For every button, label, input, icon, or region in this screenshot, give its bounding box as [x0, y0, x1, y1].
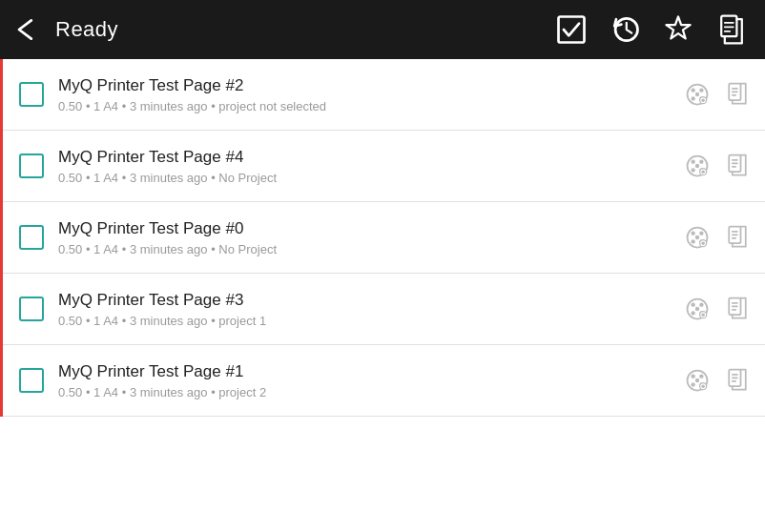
- item-actions: [681, 364, 754, 397]
- item-title: MyQ Printer Test Page #0: [58, 219, 672, 238]
- item-checkbox[interactable]: [19, 82, 44, 107]
- svg-point-8: [691, 88, 694, 92]
- document-detail-button[interactable]: [721, 293, 754, 325]
- item-checkbox[interactable]: [19, 297, 44, 321]
- svg-point-10: [691, 96, 694, 100]
- svg-point-33: [699, 231, 703, 235]
- item-info: MyQ Printer Test Page #2 0.50 • 1 A4 • 3…: [58, 76, 672, 113]
- svg-point-20: [691, 159, 694, 163]
- document-detail-button[interactable]: [721, 150, 754, 182]
- favorites-button[interactable]: [656, 8, 700, 51]
- header-title: Ready: [55, 17, 118, 42]
- document-detail-button[interactable]: [721, 364, 754, 397]
- document-detail-icon: [724, 153, 751, 179]
- svg-point-36: [695, 235, 699, 239]
- svg-point-9: [699, 88, 703, 92]
- select-all-button[interactable]: [549, 8, 593, 51]
- svg-point-26: [701, 170, 705, 174]
- document-detail-button[interactable]: [721, 221, 754, 254]
- color-palette-icon: [684, 153, 711, 179]
- svg-point-58: [691, 382, 694, 386]
- color-palette-button[interactable]: [681, 78, 713, 111]
- color-palette-button[interactable]: [681, 293, 713, 325]
- item-actions: [681, 150, 754, 182]
- color-palette-button[interactable]: [681, 364, 713, 397]
- document-detail-icon: [724, 81, 751, 108]
- history-icon: [608, 12, 642, 47]
- svg-point-57: [699, 374, 703, 378]
- checkbox-area[interactable]: [14, 363, 49, 398]
- color-palette-icon: [684, 367, 711, 394]
- empty-area: [0, 417, 765, 532]
- item-title: MyQ Printer Test Page #1: [58, 362, 672, 381]
- color-palette-icon: [684, 81, 711, 108]
- item-info: MyQ Printer Test Page #0 0.50 • 1 A4 • 3…: [58, 219, 672, 256]
- document-detail-button[interactable]: [721, 78, 754, 111]
- history-button[interactable]: [603, 8, 647, 51]
- svg-point-60: [695, 379, 699, 382]
- checkbox-area[interactable]: [14, 77, 49, 112]
- item-title: MyQ Printer Test Page #2: [58, 76, 672, 95]
- svg-point-48: [695, 307, 699, 311]
- list-item: MyQ Printer Test Page #3 0.50 • 1 A4 • 3…: [3, 274, 765, 345]
- app-header: Ready: [0, 0, 765, 59]
- svg-point-62: [701, 384, 705, 388]
- item-actions: [681, 78, 754, 111]
- svg-point-32: [691, 231, 694, 235]
- item-meta: 0.50 • 1 A4 • 3 minutes ago • No Project: [58, 171, 672, 185]
- svg-point-34: [691, 239, 694, 243]
- svg-rect-0: [559, 17, 585, 43]
- svg-point-12: [695, 92, 699, 96]
- list-item: MyQ Printer Test Page #0 0.50 • 1 A4 • 3…: [3, 202, 765, 274]
- svg-point-45: [699, 302, 703, 306]
- color-palette-icon: [684, 296, 711, 322]
- print-list: MyQ Printer Test Page #2 0.50 • 1 A4 • 3…: [0, 59, 765, 417]
- list-item: MyQ Printer Test Page #1 0.50 • 1 A4 • 3…: [3, 345, 765, 417]
- svg-point-22: [691, 168, 694, 172]
- checkbox-area[interactable]: [14, 149, 49, 183]
- item-meta: 0.50 • 1 A4 • 3 minutes ago • No Project: [58, 242, 672, 256]
- svg-point-24: [695, 164, 699, 168]
- item-actions: [681, 293, 754, 325]
- item-title: MyQ Printer Test Page #3: [58, 291, 672, 310]
- document-list-button[interactable]: [710, 8, 754, 51]
- svg-marker-2: [666, 17, 690, 39]
- star-icon: [661, 12, 695, 47]
- header-left: Ready: [11, 14, 549, 45]
- item-title: MyQ Printer Test Page #4: [58, 148, 672, 167]
- item-meta: 0.50 • 1 A4 • 3 minutes ago • project no…: [58, 99, 672, 113]
- svg-point-46: [691, 311, 694, 315]
- item-meta: 0.50 • 1 A4 • 3 minutes ago • project 1: [58, 314, 672, 328]
- item-info: MyQ Printer Test Page #4 0.50 • 1 A4 • 3…: [58, 148, 672, 185]
- svg-point-44: [691, 302, 694, 306]
- svg-point-56: [691, 374, 694, 378]
- checkbox-area[interactable]: [14, 220, 49, 255]
- svg-point-21: [699, 159, 703, 163]
- item-meta: 0.50 • 1 A4 • 3 minutes ago • project 2: [58, 385, 672, 399]
- checkbox-area[interactable]: [14, 292, 49, 326]
- back-arrow-icon: [11, 14, 42, 45]
- document-list-icon: [714, 12, 749, 47]
- back-button[interactable]: [11, 14, 42, 45]
- item-info: MyQ Printer Test Page #3 0.50 • 1 A4 • 3…: [58, 291, 672, 328]
- document-detail-icon: [724, 296, 751, 322]
- item-checkbox[interactable]: [19, 368, 44, 393]
- document-detail-icon: [724, 224, 751, 251]
- svg-point-50: [701, 313, 705, 317]
- svg-point-38: [701, 241, 705, 245]
- color-palette-button[interactable]: [681, 221, 713, 254]
- list-item: MyQ Printer Test Page #2 0.50 • 1 A4 • 3…: [3, 59, 765, 131]
- item-actions: [681, 221, 754, 254]
- svg-point-14: [701, 98, 705, 102]
- check-square-icon: [554, 12, 589, 47]
- item-info: MyQ Printer Test Page #1 0.50 • 1 A4 • 3…: [58, 362, 672, 399]
- document-detail-icon: [724, 367, 751, 394]
- color-palette-button[interactable]: [681, 150, 713, 182]
- color-palette-icon: [684, 224, 711, 251]
- list-item: MyQ Printer Test Page #4 0.50 • 1 A4 • 3…: [3, 131, 765, 202]
- item-checkbox[interactable]: [19, 225, 44, 250]
- item-checkbox[interactable]: [19, 153, 44, 178]
- header-icons: [549, 8, 754, 51]
